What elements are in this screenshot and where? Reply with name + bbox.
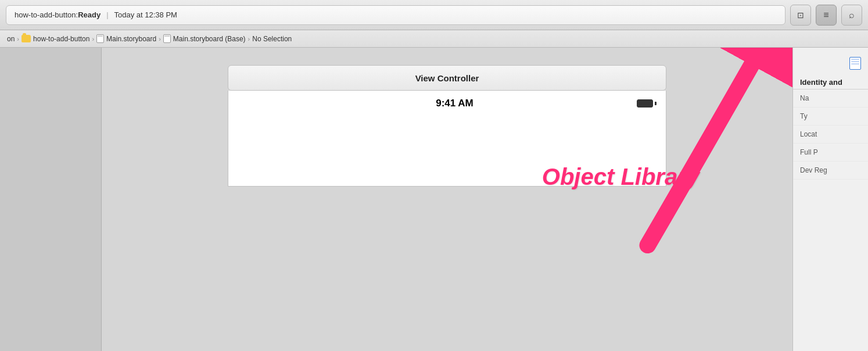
right-panel-row-devreg: Dev Reg <box>793 162 868 180</box>
document-icon <box>849 57 861 70</box>
ready-label: Ready <box>78 10 101 19</box>
right-panel-row-name: Na <box>793 89 868 108</box>
breadcrumb-text-on: on <box>7 35 15 43</box>
object-library-icon: ⊡ <box>797 10 804 20</box>
battery-body <box>637 99 653 108</box>
battery-tip <box>655 102 657 105</box>
breadcrumb-arrow-1: › <box>17 35 19 42</box>
view-controller-label: View Controller <box>415 73 479 83</box>
breadcrumb-storyboard: Main.storyboard <box>106 35 156 43</box>
hamburger-icon: ≡ <box>823 10 828 20</box>
right-panel-title: Identity and <box>793 73 868 89</box>
hamburger-button[interactable]: ≡ <box>816 5 837 26</box>
view-controller-header: View Controller <box>228 65 666 91</box>
breadcrumb-project: how-to-add-button <box>33 35 89 43</box>
left-sidebar <box>0 48 102 351</box>
breadcrumb: on › how-to-add-button › Main.storyboard… <box>0 30 868 48</box>
iphone-content <box>228 116 666 186</box>
breadcrumb-arrow-2: › <box>92 35 94 42</box>
breadcrumb-storyboard-base: Main.storyboard (Base) <box>173 35 246 43</box>
iphone-status-bar: 9:41 AM <box>228 91 666 116</box>
right-panel-row-type: Ty <box>793 108 868 126</box>
view-controller-container: View Controller 9:41 AM <box>228 65 666 187</box>
timestamp: Today at 12:38 PM <box>114 10 177 19</box>
main-area: View Controller 9:41 AM Object Library <box>0 48 868 351</box>
iphone-battery <box>637 99 657 108</box>
object-library-button[interactable]: ⊡ <box>790 5 811 26</box>
search-icon: ⌕ <box>849 10 855 20</box>
right-panel-row-fullp: Full P <box>793 144 868 162</box>
folder-icon <box>21 35 31 42</box>
breadcrumb-arrow-3: › <box>159 35 161 42</box>
right-panel: Identity and Na Ty Locat Full P Dev Reg <box>792 48 868 351</box>
storyboard-icon-1 <box>96 34 104 43</box>
canvas-area: View Controller 9:41 AM Object Library <box>102 48 792 351</box>
project-name: how-to-add-button: <box>15 10 78 19</box>
separator: | <box>106 10 108 19</box>
iphone-time: 9:41 AM <box>272 98 637 109</box>
storyboard-icon-2 <box>163 34 171 43</box>
right-panel-row-location: Locat <box>793 126 868 144</box>
toolbar: how-to-add-button: Ready|Today at 12:38 … <box>0 0 868 30</box>
status-bar: how-to-add-button: Ready|Today at 12:38 … <box>6 5 785 25</box>
breadcrumb-arrow-4: › <box>248 35 250 42</box>
breadcrumb-no-selection: No Selection <box>252 35 292 43</box>
iphone-frame: 9:41 AM <box>228 91 666 187</box>
document-icon-area <box>793 53 868 73</box>
search-button[interactable]: ⌕ <box>841 5 862 26</box>
